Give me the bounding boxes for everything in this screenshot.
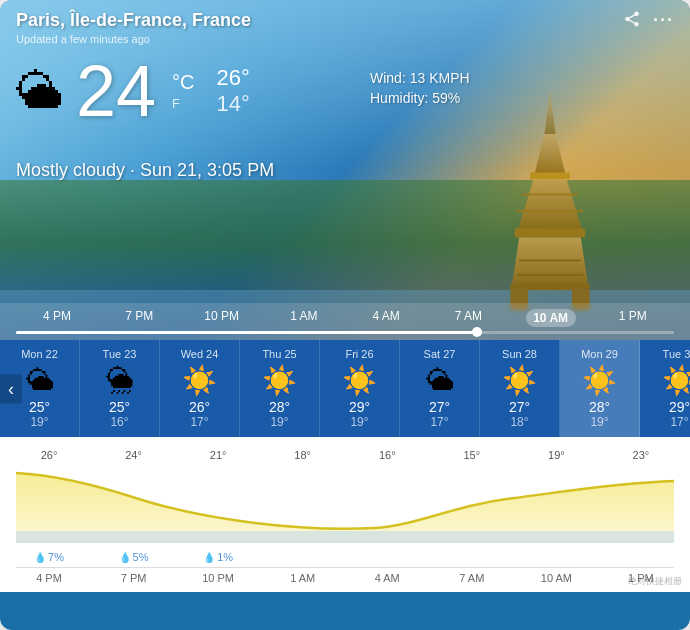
unit-celsius: °C bbox=[172, 71, 194, 94]
current-temp: 24 bbox=[76, 55, 156, 127]
precip-4pm: 💧 7% bbox=[24, 551, 74, 563]
precip-drop-icon: 💧 bbox=[34, 552, 46, 563]
precip-7pm: 💧 5% bbox=[109, 551, 159, 563]
hourly-progress-fill bbox=[16, 331, 477, 334]
hero-section: Paris, Île-de-France, France Updated a f… bbox=[0, 0, 690, 340]
hour-1pm[interactable]: 1 PM bbox=[608, 309, 658, 327]
chart-hour-4am: 4 AM bbox=[362, 572, 412, 584]
hour-1am[interactable]: 1 AM bbox=[279, 309, 329, 327]
precip-10am bbox=[531, 551, 581, 563]
hi-lo-temps: 26° 14° bbox=[217, 65, 250, 117]
day-sun28[interactable]: Sun 28 ☀️ 27° 18° bbox=[480, 340, 560, 437]
chart-hour-10am: 10 AM bbox=[531, 572, 581, 584]
chart-temp-1am: 18° bbox=[278, 449, 328, 461]
lo-temp: 14° bbox=[217, 91, 250, 117]
chart-hour-10pm: 10 PM bbox=[193, 572, 243, 584]
weather-card: Paris, Île-de-France, France Updated a f… bbox=[0, 0, 690, 630]
precip-val-7pm: 5% bbox=[133, 551, 149, 563]
hour-4am[interactable]: 4 AM bbox=[361, 309, 411, 327]
humidity-info: Humidity: 59% bbox=[370, 90, 470, 106]
svg-rect-6 bbox=[510, 284, 589, 291]
daily-scroll[interactable]: Mon 22 🌥 25° 19° Tue 23 🌦 25° 16° Wed 24… bbox=[0, 340, 690, 437]
hour-7am[interactable]: 7 AM bbox=[443, 309, 493, 327]
svg-marker-5 bbox=[512, 237, 589, 288]
header-bar: Paris, Île-de-France, France Updated a f… bbox=[0, 0, 690, 55]
chart-hour-1am: 1 AM bbox=[278, 572, 328, 584]
city-name: Paris, Île-de-France, France bbox=[16, 10, 674, 31]
daily-container: ‹ Mon 22 🌥 25° 19° Tue 23 🌦 25° 16° Wed … bbox=[0, 340, 690, 437]
chart-temp-4pm: 26° bbox=[24, 449, 74, 461]
hour-10pm[interactable]: 10 PM bbox=[197, 309, 247, 327]
svg-rect-4 bbox=[515, 229, 585, 238]
chart-temp-7am: 15° bbox=[447, 449, 497, 461]
day-fri26[interactable]: Fri 26 ☀️ 29° 19° bbox=[320, 340, 400, 437]
day-sat27[interactable]: Sat 27 🌥 27° 17° bbox=[400, 340, 480, 437]
svg-rect-13 bbox=[16, 531, 674, 543]
chart-temp-10am: 19° bbox=[531, 449, 581, 461]
chart-temp-labels: 26° 24° 21° 18° 16° 15° 19° 23° bbox=[16, 449, 674, 461]
hour-4pm[interactable]: 4 PM bbox=[32, 309, 82, 327]
wind-humidity: Wind: 13 KMPH Humidity: 59% bbox=[370, 70, 470, 110]
unit-fahrenheit: F bbox=[172, 96, 194, 111]
chart-hour-4pm: 4 PM bbox=[24, 572, 74, 584]
chart-temp-7pm: 24° bbox=[109, 449, 159, 461]
current-weather: 🌥 24 °C F 26° 14° bbox=[16, 55, 250, 127]
precip-drop-icon2: 💧 bbox=[119, 552, 131, 563]
watermark: 绝对快捷相册 bbox=[628, 575, 682, 588]
precip-1am bbox=[278, 551, 328, 563]
day-wed24[interactable]: Wed 24 ☀️ 26° 17° bbox=[160, 340, 240, 437]
day-thu25[interactable]: Thu 25 ☀️ 28° 19° bbox=[240, 340, 320, 437]
nav-left-arrow[interactable]: ‹ bbox=[0, 374, 22, 403]
temp-units: °C F bbox=[172, 71, 194, 111]
precip-val-10pm: 1% bbox=[217, 551, 233, 563]
hour-10am[interactable]: 10 AM bbox=[526, 309, 576, 327]
chart-temp-4am: 16° bbox=[362, 449, 412, 461]
precip-val-4pm: 7% bbox=[48, 551, 64, 563]
svg-rect-2 bbox=[530, 173, 570, 180]
precip-10pm: 💧 1% bbox=[193, 551, 243, 563]
chart-hour-7pm: 7 PM bbox=[109, 572, 159, 584]
hourly-times: 4 PM 7 PM 10 PM 1 AM 4 AM 7 AM 10 AM 1 P… bbox=[0, 309, 690, 327]
chart-temp-10pm: 21° bbox=[193, 449, 243, 461]
day-tue23[interactable]: Tue 23 🌦 25° 16° bbox=[80, 340, 160, 437]
chart-hour-7am: 7 AM bbox=[447, 572, 497, 584]
chart-section: 26° 24° 21° 18° 16° 15° 19° 23° bbox=[0, 437, 690, 592]
hourly-progress-bar bbox=[16, 331, 674, 334]
precip-1pm bbox=[616, 551, 666, 563]
chart-temp-1pm: 23° bbox=[616, 449, 666, 461]
hour-7pm[interactable]: 7 PM bbox=[114, 309, 164, 327]
hourly-progress-dot bbox=[472, 327, 482, 337]
precipitation-row: 💧 7% 💧 5% 💧 1% bbox=[16, 547, 674, 563]
temperature-chart bbox=[16, 463, 674, 543]
wind-info: Wind: 13 KMPH bbox=[370, 70, 470, 86]
precip-4am bbox=[362, 551, 412, 563]
precip-drop-icon3: 💧 bbox=[203, 552, 215, 563]
day-tue30[interactable]: Tue 30 ☀️ 29° 17° bbox=[640, 340, 690, 437]
day-mon29[interactable]: Mon 29 ☀️ 28° 19° bbox=[560, 340, 640, 437]
hi-temp: 26° bbox=[217, 65, 250, 91]
hourly-strip: 4 PM 7 PM 10 PM 1 AM 4 AM 7 AM 10 AM 1 P… bbox=[0, 303, 690, 340]
updated-text: Updated a few minutes ago bbox=[16, 33, 674, 45]
precip-7am bbox=[447, 551, 497, 563]
svg-marker-3 bbox=[517, 179, 583, 233]
chart-hours-row: 4 PM 7 PM 10 PM 1 AM 4 AM 7 AM 10 AM 1 P… bbox=[16, 567, 674, 584]
current-weather-icon: 🌥 bbox=[16, 64, 64, 119]
condition-text: Mostly cloudy · Sun 21, 3:05 PM bbox=[16, 160, 274, 181]
